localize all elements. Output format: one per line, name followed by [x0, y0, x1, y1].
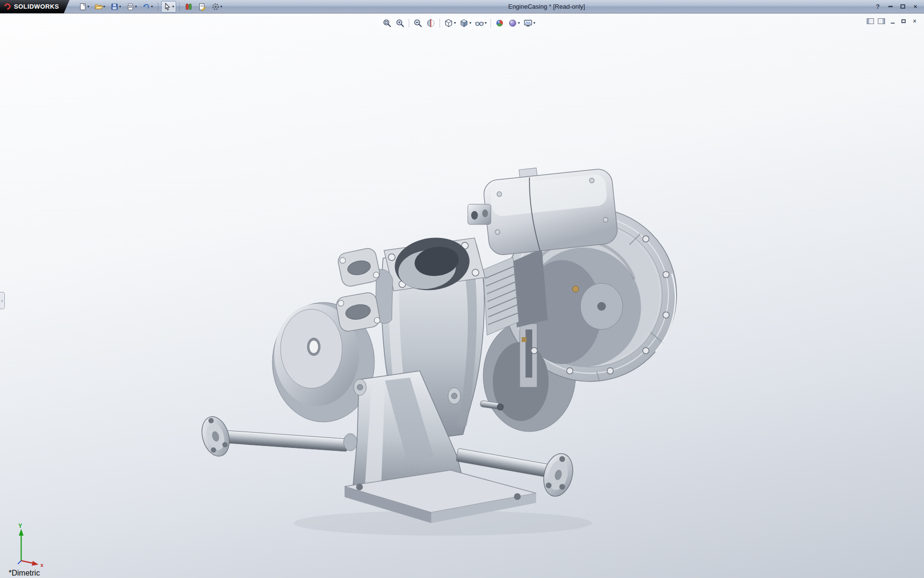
section-view-icon — [426, 18, 436, 28]
dropdown-arrow-icon[interactable]: ▾ — [469, 21, 471, 25]
solidworks-window: SOLIDWORKS ▾ ▾ ▾ — [0, 0, 924, 578]
toolbar-separator — [439, 19, 440, 27]
dropdown-arrow-icon[interactable]: ▾ — [88, 5, 90, 9]
dassault-3ds-logo-icon — [3, 2, 12, 11]
graphics-viewport[interactable]: ▾ ▾ ▾ — [0, 13, 924, 578]
toolbar-separator — [490, 19, 491, 27]
close-window-button[interactable]: × — [911, 3, 919, 11]
appearance-ball-icon — [495, 18, 504, 28]
display-style-cube-icon — [459, 18, 469, 28]
restore-icon — [901, 19, 906, 23]
section-view-button[interactable] — [425, 17, 436, 29]
brand-text: SOLIDWORKS — [14, 3, 59, 10]
solidworks-logo: SOLIDWORKS — [0, 0, 70, 13]
rebuild-stoplight-icon — [184, 2, 193, 11]
view-orientation-button[interactable]: ▾ — [443, 17, 457, 29]
select-tool-button[interactable]: ▾ — [161, 1, 176, 13]
minimize-window-button[interactable] — [886, 3, 894, 11]
zoom-to-area-button[interactable] — [394, 17, 406, 29]
featuremanager-collapsed-tab[interactable]: ‹ — [0, 292, 5, 309]
minimize-document-button[interactable] — [889, 18, 896, 25]
x-axis-label: x — [40, 562, 44, 567]
dropdown-arrow-icon[interactable]: ▾ — [454, 21, 456, 25]
zoom-to-area-icon — [395, 18, 405, 28]
x-axis-arrow — [32, 561, 38, 566]
previous-view-button[interactable] — [412, 17, 424, 29]
apply-scene-button[interactable]: ▾ — [507, 17, 521, 29]
headsup-view-toolbar: ▾ ▾ ▾ — [378, 16, 539, 30]
save-floppy-icon — [110, 2, 119, 11]
new-document-button[interactable]: ▾ — [77, 1, 91, 13]
main-toolbar: ▾ ▾ ▾ ▾ — [77, 1, 224, 13]
restore-icon — [900, 4, 905, 9]
open-folder-icon — [94, 2, 103, 11]
dropdown-arrow-icon[interactable]: ▾ — [485, 21, 487, 25]
toolbar-separator — [179, 2, 180, 11]
file-properties-icon — [198, 2, 206, 11]
select-cursor-icon — [163, 2, 172, 11]
window-controls: ? × — [869, 3, 924, 11]
minimize-icon — [891, 23, 895, 24]
dropdown-arrow-icon[interactable]: ▾ — [103, 5, 105, 9]
model-canvas[interactable] — [0, 13, 924, 578]
undo-icon — [142, 2, 151, 11]
options-button[interactable]: ▾ — [209, 1, 224, 13]
restore-document-button[interactable] — [900, 18, 907, 25]
toolbar-separator — [158, 2, 158, 11]
dropdown-arrow-icon[interactable]: ▾ — [172, 5, 174, 9]
open-button[interactable]: ▾ — [92, 1, 107, 13]
minimize-icon — [888, 6, 893, 7]
dropdown-arrow-icon[interactable]: ▾ — [518, 21, 520, 25]
engine-casing-model[interactable] — [197, 160, 677, 536]
y-axis-arrow — [19, 529, 24, 536]
save-button[interactable]: ▾ — [108, 1, 123, 13]
file-properties-button[interactable] — [196, 1, 208, 13]
y-axis-label: Y — [18, 523, 22, 529]
close-document-button[interactable]: × — [911, 18, 918, 25]
brass-bolt — [573, 286, 579, 292]
dropdown-arrow-icon[interactable]: ▾ — [533, 21, 535, 25]
view-settings-button[interactable]: ▾ — [522, 17, 536, 29]
print-icon — [126, 2, 135, 11]
cover-side-boss — [468, 204, 491, 224]
reference-triad: Y x — [7, 523, 47, 567]
view-orientation-label: *Dimetric — [9, 569, 40, 578]
print-button[interactable]: ▾ — [124, 1, 139, 13]
hide-show-glasses-icon — [475, 18, 484, 28]
pane-right-icon[interactable] — [878, 18, 885, 24]
toolbar-separator — [409, 19, 409, 27]
zoom-to-fit-icon — [382, 18, 392, 28]
dropdown-arrow-icon[interactable]: ▾ — [151, 5, 153, 9]
previous-view-icon — [413, 18, 423, 28]
edit-appearance-button[interactable] — [494, 17, 505, 29]
dropdown-arrow-icon[interactable]: ▾ — [119, 5, 121, 9]
window-title: EngineCasing * [Read-only] — [224, 3, 869, 10]
new-document-icon — [78, 2, 87, 11]
restore-window-button[interactable] — [899, 3, 907, 11]
display-style-button[interactable]: ▾ — [458, 17, 472, 29]
top-cover[interactable] — [482, 160, 619, 256]
zoom-to-fit-button[interactable] — [381, 17, 393, 29]
apply-scene-ball-icon — [508, 18, 517, 28]
z-axis-stub — [18, 561, 21, 564]
rebuild-button[interactable] — [182, 1, 195, 13]
options-gear-icon — [211, 2, 220, 11]
document-window-controls: × — [867, 18, 918, 25]
view-orientation-cube-icon — [444, 18, 453, 28]
help-button[interactable]: ? — [874, 3, 882, 11]
titlebar: SOLIDWORKS ▾ ▾ ▾ — [0, 0, 924, 13]
pane-left-icon[interactable] — [867, 18, 874, 24]
dropdown-arrow-icon[interactable]: ▾ — [135, 5, 137, 9]
view-settings-icon — [523, 18, 533, 28]
hide-show-items-button[interactable]: ▾ — [474, 17, 488, 29]
dropdown-arrow-icon[interactable]: ▾ — [220, 5, 222, 9]
undo-button[interactable]: ▾ — [140, 1, 155, 13]
